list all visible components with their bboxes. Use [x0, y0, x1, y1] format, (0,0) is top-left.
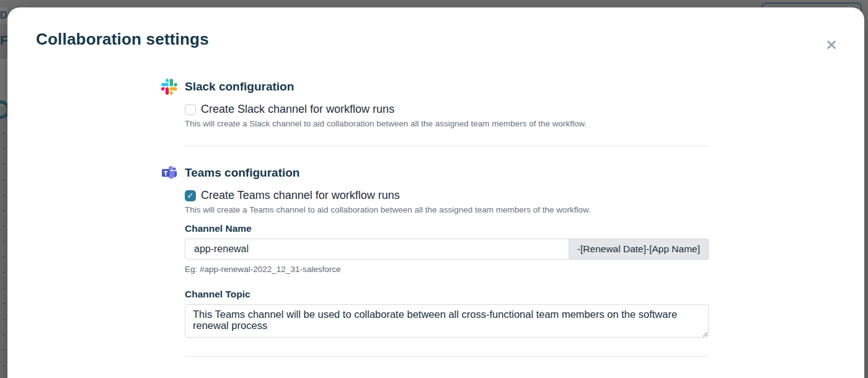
teams-checkbox-row: ✓ Create Teams channel for workflow runs [185, 189, 709, 202]
background-band [0, 59, 7, 107]
close-icon[interactable]: ✕ [822, 36, 841, 55]
channel-topic-label: Channel Topic [185, 289, 709, 300]
modal-title: Collaboration settings [36, 30, 839, 49]
slack-channel-checkbox[interactable] [185, 104, 196, 115]
teams-channel-checkbox[interactable]: ✓ [185, 190, 196, 201]
background-dotted-line [3, 133, 4, 378]
channel-topic-textarea[interactable]: This Teams channel will be used to colla… [185, 304, 709, 338]
teams-section-header: Teams configuration [161, 165, 709, 181]
collaboration-settings-modal: Collaboration settings ✕ Slack configura… [7, 7, 864, 378]
teams-icon [161, 165, 177, 181]
background-partial-text: F [0, 33, 8, 48]
slack-icon [161, 79, 177, 95]
channel-name-suffix: -[Renewal Date]-[App Name] [569, 239, 709, 260]
slack-checkbox-row: Create Slack channel for workflow runs [185, 103, 709, 116]
teams-helper-text: This will create a Teams channel to aid … [185, 205, 709, 214]
section-divider [185, 146, 709, 146]
channel-name-label: Channel Name [185, 223, 709, 234]
teams-checkbox-label[interactable]: Create Teams channel for workflow runs [201, 189, 400, 202]
check-icon: ✓ [185, 190, 196, 201]
modal-body: Slack configuration Create Slack channel… [161, 79, 709, 357]
background-partial-text: D [0, 10, 7, 21]
screen: D F Collaboration settings ✕ Slack con [0, 0, 868, 378]
channel-name-input[interactable] [185, 239, 569, 260]
slack-section-heading: Slack configuration [185, 80, 294, 94]
teams-section-heading: Teams configuration [185, 166, 299, 180]
slack-checkbox-label[interactable]: Create Slack channel for workflow runs [201, 103, 394, 116]
modal-header: Collaboration settings ✕ [7, 7, 864, 50]
slack-helper-text: This will create a Slack channel to aid … [185, 119, 709, 128]
slack-section-header: Slack configuration [161, 79, 709, 95]
channel-name-input-group: -[Renewal Date]-[App Name] [185, 239, 709, 260]
channel-name-example: Eg: #app-renewal-2022_12_31-salesforce [185, 265, 709, 274]
section-divider [185, 356, 709, 357]
